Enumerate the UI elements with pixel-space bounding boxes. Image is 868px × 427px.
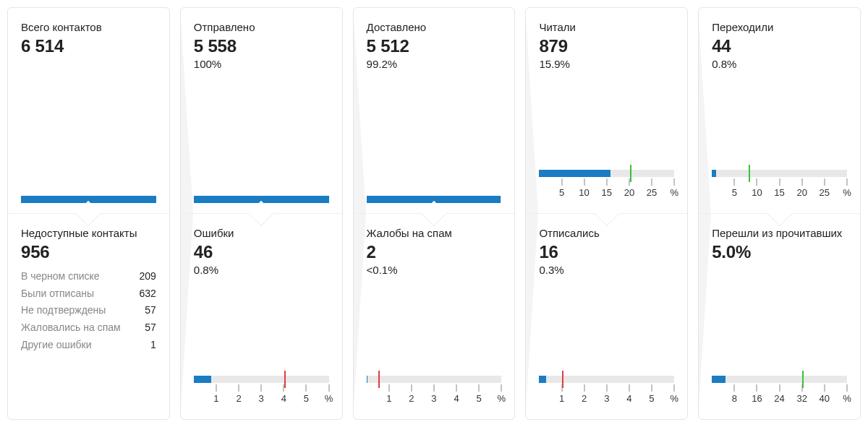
tick-line <box>824 178 825 186</box>
label: Были отписаны <box>21 285 94 303</box>
percent: 0.8% <box>712 58 847 70</box>
bar <box>21 196 156 203</box>
title: Жалобы на спам <box>367 227 502 241</box>
tick-line <box>584 178 584 186</box>
tick-label: 5 <box>477 393 482 404</box>
card-unavailable-contacts: Недоступные контакты 956 В черном списке… <box>8 213 169 419</box>
col-sent: Отправлено 5 558 100% Ошибки 46 0.8% 123… <box>180 7 343 420</box>
value: 16 <box>539 242 674 262</box>
value: 5 558 <box>194 36 329 56</box>
title: Недоступные контакты <box>21 227 156 241</box>
tick-label: 5 <box>649 393 654 404</box>
list-item: В черном списке209 <box>21 268 156 285</box>
tick: 2 <box>411 384 412 392</box>
list-item: Другие ошибки1 <box>21 337 156 354</box>
breakdown-list: В черном списке209 Были отписаны632 Не п… <box>21 268 156 354</box>
tick-label: 2 <box>236 393 241 404</box>
card-errors: Ошибки 46 0.8% 12345% <box>181 213 342 419</box>
tick-label: 1 <box>213 393 218 404</box>
tick-line <box>456 384 457 392</box>
tick-line <box>411 384 412 392</box>
tick-label: 4 <box>281 393 286 404</box>
value: 956 <box>21 242 156 262</box>
title: Отписались <box>539 227 674 241</box>
tick-line <box>239 384 239 392</box>
tick: 2 <box>239 384 239 392</box>
tick-line <box>651 178 652 186</box>
label: Жаловались на спам <box>21 319 121 337</box>
tick-line <box>216 384 216 392</box>
card-read: Читали 879 15.9% 510152025% <box>526 8 687 213</box>
tick: 16 <box>757 384 757 392</box>
tick: 3 <box>261 384 262 392</box>
tick: 1 <box>388 384 389 392</box>
bar-fill <box>539 170 610 177</box>
tick-label: 5 <box>304 393 309 404</box>
tick-label: 40 <box>820 393 830 404</box>
tick-line <box>306 384 307 392</box>
tick: % <box>674 178 675 186</box>
tick-line <box>561 384 562 392</box>
tick-label: 5 <box>732 187 737 198</box>
tick-line <box>757 384 757 392</box>
tick: 5 <box>734 178 735 186</box>
value: 6 514 <box>21 36 156 56</box>
value: 1 <box>150 337 156 354</box>
label: Не подтверждены <box>21 302 106 319</box>
tick-line <box>846 178 847 186</box>
tick: 15 <box>606 178 607 186</box>
tick-label: 1 <box>386 393 391 404</box>
bar <box>194 196 329 203</box>
tick-label: 4 <box>626 393 631 404</box>
tick-label: % <box>843 393 851 404</box>
tick: 24 <box>779 384 780 392</box>
percent: 99.2% <box>367 58 502 70</box>
card-click-to-read: Перешли из прочитавших 5.0% 816243240% <box>699 213 860 419</box>
tick: 3 <box>606 384 607 392</box>
value: 57 <box>145 302 156 319</box>
value: 209 <box>139 268 156 285</box>
tick-label: % <box>843 187 851 198</box>
bar-fill <box>539 376 545 383</box>
tick: % <box>328 384 329 392</box>
tick-label: 16 <box>752 393 762 404</box>
title: Отправлено <box>194 21 329 35</box>
col-delivered: Доставлено 5 512 99.2% Жалобы на спам 2 … <box>353 7 516 420</box>
title: Читали <box>539 21 674 35</box>
tick-label: % <box>498 393 506 404</box>
tick-line <box>388 384 389 392</box>
tick-label: 25 <box>820 187 830 198</box>
notch-icon <box>585 213 629 226</box>
tick-line <box>757 178 757 186</box>
value: 44 <box>712 36 847 56</box>
tick: 1 <box>561 384 562 392</box>
bar <box>712 376 847 383</box>
tick-label: 5 <box>559 187 564 198</box>
tick: 5 <box>306 384 307 392</box>
tick: 4 <box>629 384 629 392</box>
tick-label: 4 <box>454 393 459 404</box>
bar-fill <box>194 196 329 203</box>
tick: 1 <box>216 384 216 392</box>
bar-fill <box>712 376 726 383</box>
tick: % <box>674 384 675 392</box>
tick-label: 24 <box>774 393 784 404</box>
tick-line <box>584 384 584 392</box>
tick: 32 <box>801 384 802 392</box>
tick: % <box>501 384 502 392</box>
card-sent: Отправлено 5 558 100% <box>181 8 342 213</box>
tick: 20 <box>629 178 629 186</box>
tick-line <box>734 178 735 186</box>
axis: 12345% <box>367 384 502 409</box>
tick: 3 <box>433 384 434 392</box>
axis: 12345% <box>539 384 674 409</box>
tick-label: 32 <box>797 393 807 404</box>
bar-fill <box>367 196 501 203</box>
tick: % <box>846 178 847 186</box>
tick-line <box>606 384 607 392</box>
tick-label: 3 <box>259 393 264 404</box>
tick-line <box>629 178 629 186</box>
tick-line <box>501 384 502 392</box>
notch-icon <box>67 213 110 226</box>
tick: % <box>846 384 847 392</box>
